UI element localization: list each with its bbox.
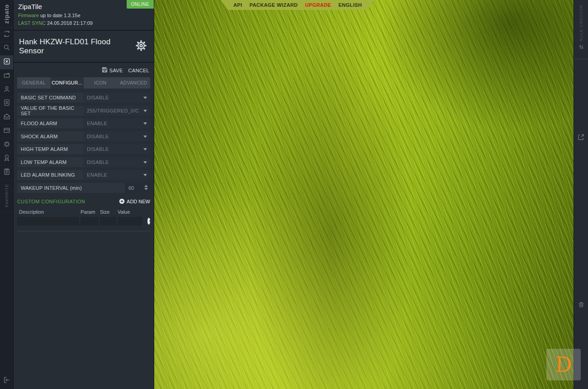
- form-toolbar: SAVE CANCEL: [14, 63, 154, 76]
- section-divider: [17, 231, 150, 231]
- sidebar-item-sync[interactable]: [0, 28, 13, 42]
- status-badge: ONLINE: [127, 0, 154, 9]
- menu-item-upgrade[interactable]: UPGRADE: [305, 2, 331, 8]
- form-row-high-temp-alarm: HIGH TEMP ALARM DISABLE: [17, 144, 150, 154]
- grass-background-photo: [154, 0, 574, 389]
- envelope-icon: [2, 112, 11, 123]
- zipato-logo-text: zipato: [3, 4, 10, 24]
- basic-set-command-select[interactable]: DISABLE: [83, 93, 150, 103]
- sort-button[interactable]: [574, 42, 588, 59]
- custom-configuration-section: CUSTOM CONFIGURATION ADD NEW Description…: [17, 198, 150, 231]
- chevron-down-icon: [143, 174, 147, 176]
- clipboard-icon: [2, 167, 11, 178]
- cancel-button[interactable]: CANCEL: [128, 68, 149, 73]
- form-row-flood-alarm: FLOOD ALARM ENABLE: [17, 118, 150, 128]
- chevron-down-icon: [143, 97, 147, 99]
- config-form: BASIC SET COMMAND DISABLE VALUE OF THE B…: [17, 93, 150, 193]
- award-icon: [2, 153, 11, 164]
- device-settings-gear-icon[interactable]: [134, 38, 148, 55]
- rule-creator-label: RULE CREATOR: [574, 4, 588, 42]
- custom-config-param-input[interactable]: [81, 217, 99, 225]
- right-sidebar: RULE CREATOR: [574, 0, 588, 389]
- last-sync-value: 24.05.2018 21:17:09: [47, 20, 93, 26]
- open-external-button[interactable]: [574, 133, 588, 143]
- sidebar-spacer: [0, 212, 13, 373]
- device-title: Hank HKZW-FLD01 Flood Sensor: [19, 37, 134, 56]
- form-row-wakeup-interval: WAKEUP INTERVAL (min) 60: [17, 183, 150, 193]
- form-row-value-basic-set: VALUE OF THE BASIC SET 255/TRIGGERED_0/C: [17, 106, 150, 116]
- delete-button[interactable]: [574, 300, 588, 311]
- device-panel: ZipaTile ONLINE Firmware up to date 1.3.…: [14, 0, 154, 389]
- custom-configuration-title: CUSTOM CONFIGURATION: [17, 199, 85, 204]
- trash-icon: [577, 300, 585, 311]
- sidebar-item-settings[interactable]: [0, 138, 13, 152]
- form-row-basic-set-command: BASIC SET COMMAND DISABLE: [17, 93, 150, 103]
- chevron-down-icon: [143, 136, 147, 138]
- high-temp-alarm-select[interactable]: DISABLE: [83, 144, 150, 154]
- sidebar-item-messages[interactable]: [0, 111, 13, 125]
- stepper-arrows-icon[interactable]: [144, 185, 148, 190]
- sidebar-item-search[interactable]: [0, 42, 13, 56]
- user-icon: [2, 84, 11, 95]
- chevron-down-icon: [143, 161, 147, 164]
- custom-config-row: [17, 217, 150, 225]
- save-button[interactable]: SAVE: [102, 67, 123, 74]
- sidebar-item-users[interactable]: [0, 83, 13, 97]
- custom-config-column-headers: Description Param Size Value: [17, 209, 150, 215]
- tab-configuration[interactable]: CONFIGUR...: [51, 77, 84, 89]
- flood-alarm-select[interactable]: ENABLE: [83, 118, 150, 128]
- firmware-line: Firmware up to date 1.3.15e: [18, 13, 149, 18]
- tab-bar: GENERAL CONFIGUR... ICON ADVANCED: [17, 77, 150, 89]
- chevron-down-icon: [143, 110, 147, 112]
- sidebar-item-logout[interactable]: [0, 373, 13, 389]
- remove-row-button[interactable]: [147, 218, 150, 225]
- form-row-low-temp-alarm: LOW TEMP ALARM DISABLE: [17, 157, 150, 167]
- search-icon: [2, 43, 11, 54]
- add-new-button[interactable]: ADD NEW: [119, 198, 150, 205]
- low-temp-alarm-select[interactable]: DISABLE: [83, 157, 150, 167]
- sidebar-item-wallet[interactable]: [0, 125, 13, 139]
- custom-config-description-input[interactable]: [17, 217, 79, 225]
- contact-card-icon: [2, 98, 11, 109]
- tab-advanced[interactable]: ADVANCED: [117, 77, 151, 89]
- shock-alarm-select[interactable]: DISABLE: [83, 131, 150, 141]
- sort-arrows-icon: [577, 42, 585, 53]
- logout-icon: [2, 375, 11, 386]
- sidebar-item-notes[interactable]: [0, 166, 13, 180]
- plus-circle-icon: [119, 198, 125, 205]
- wakeup-interval-stepper[interactable]: 60: [125, 183, 150, 193]
- menu-item-api[interactable]: API: [233, 2, 242, 8]
- sidebar-item-rewards[interactable]: [0, 152, 13, 166]
- form-row-led-alarm-blinking: LED ALARM BLINKING ENABLE: [17, 170, 150, 180]
- tab-icon[interactable]: ICON: [84, 77, 117, 89]
- sync-icon: [2, 29, 11, 40]
- left-sidebar: zipato FAVORITE: [0, 0, 14, 389]
- scenes-icon: [2, 70, 11, 81]
- device-header: Hank HKZW-FLD01 Flood Sensor: [14, 31, 154, 63]
- top-menu: API PACKAGE WIZARD UPGRADE ENGLISH: [221, 0, 375, 10]
- wallet-icon: [2, 126, 11, 136]
- external-link-icon: [577, 133, 585, 143]
- custom-config-size-input[interactable]: [100, 217, 116, 225]
- custom-config-value-input[interactable]: [118, 217, 142, 225]
- chevron-down-icon: [143, 122, 147, 125]
- save-icon: [102, 67, 108, 74]
- firmware-text: up to date 1.3.15e: [40, 13, 81, 18]
- watermark-logo: D: [546, 349, 581, 380]
- firmware-label: Firmware: [18, 13, 39, 18]
- value-basic-set-select[interactable]: 255/TRIGGERED_0/C: [83, 106, 150, 116]
- watermark-letter: D: [555, 354, 572, 375]
- tab-general[interactable]: GENERAL: [17, 77, 51, 89]
- menu-item-language[interactable]: ENGLISH: [338, 2, 362, 8]
- last-sync-label: LAST SYNC: [18, 20, 46, 26]
- sidebar-item-scenes[interactable]: [0, 70, 13, 84]
- gear-icon: [2, 140, 11, 150]
- sidebar-item-contacts[interactable]: [0, 97, 13, 111]
- app-header: ZipaTile ONLINE Firmware up to date 1.3.…: [14, 0, 154, 31]
- chevron-down-icon: [143, 148, 147, 150]
- form-row-shock-alarm: SHOCK ALARM DISABLE: [17, 131, 150, 141]
- led-alarm-blinking-select[interactable]: ENABLE: [83, 170, 150, 180]
- zipato-logo: zipato: [0, 0, 13, 28]
- menu-item-package-wizard[interactable]: PACKAGE WIZARD: [250, 2, 298, 8]
- sidebar-item-device-manager[interactable]: [0, 56, 13, 70]
